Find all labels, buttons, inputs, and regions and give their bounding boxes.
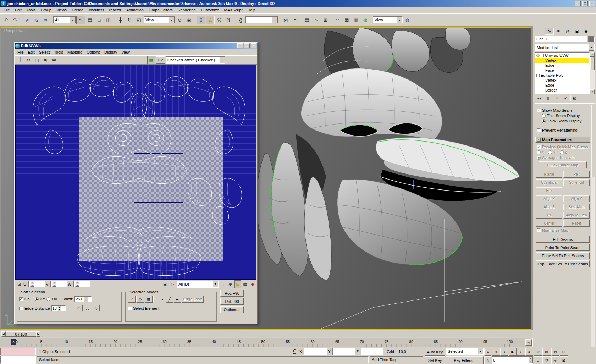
uv-coords-button[interactable]: UV xyxy=(156,56,165,64)
cylindrical-button[interactable]: Cylindrical xyxy=(536,179,562,186)
best-align-button[interactable]: Best Align xyxy=(563,204,590,210)
add-time-tag-field[interactable]: Add Time Tag xyxy=(370,356,423,363)
uvw-freeform-icon[interactable]: ▣ xyxy=(42,56,49,64)
dropdown-arrow-icon[interactable]: ▼ xyxy=(397,17,402,23)
uv-filter-icon[interactable]: ◆ xyxy=(249,280,256,288)
select-element-checkbox[interactable] xyxy=(128,307,132,310)
axis-z-radio[interactable] xyxy=(560,150,564,154)
select-and-link-icon[interactable]: ⇗ xyxy=(23,16,32,24)
layer-manager-icon[interactable]: ▤ xyxy=(303,16,311,24)
spherical-button[interactable]: Spherical xyxy=(563,179,590,186)
rectangular-region-icon[interactable]: □ xyxy=(95,16,104,24)
snap-toggle-3d-icon[interactable]: 3 xyxy=(197,16,205,24)
dropdown-arrow-icon[interactable]: ▼ xyxy=(213,281,218,287)
close-button[interactable]: × xyxy=(589,1,595,6)
rotate-plus-90-button[interactable]: Rot. +90 xyxy=(220,290,244,297)
zoom-icon[interactable]: ⊕ xyxy=(534,348,542,356)
panel-scrollbar[interactable] xyxy=(591,105,595,347)
show-map-toggle-icon[interactable]: ▩ xyxy=(147,56,155,64)
previous-frame-icon[interactable]: ‹ xyxy=(500,348,508,356)
menu-help[interactable]: Help xyxy=(245,7,258,13)
go-to-start-icon[interactable]: « xyxy=(492,348,500,356)
select-and-manipulate-icon[interactable]: ◉ xyxy=(184,16,193,24)
menu-tools[interactable]: Tools xyxy=(24,7,38,13)
uvw-menu-file[interactable]: File xyxy=(15,50,26,55)
object-name-field[interactable]: Line11 xyxy=(535,36,587,42)
tab-hierarchy-icon[interactable]: ≡ xyxy=(554,28,563,35)
thick-seam-radio[interactable] xyxy=(542,119,546,123)
align-y-button[interactable]: Align Y xyxy=(563,195,590,202)
make-unique-icon[interactable]: ⊔ xyxy=(553,95,561,101)
maximize-button[interactable]: □ xyxy=(582,1,588,6)
w-field[interactable]: ▴▾ xyxy=(73,281,90,287)
falloff-curve-3-icon[interactable]: ◡ xyxy=(84,305,91,311)
stack-item-edge[interactable]: Edge xyxy=(535,63,589,68)
pan-view-icon[interactable]: ↔ xyxy=(534,356,542,364)
uvw-move-icon[interactable]: ╋ xyxy=(16,56,24,64)
render-teapot-icon[interactable]: ◍ xyxy=(403,16,412,24)
edge-sel-to-pelt-seams-button[interactable]: Edge Sel To Pelt Seams xyxy=(536,252,590,259)
use-pivot-center-icon[interactable]: ⊙ xyxy=(175,16,184,24)
edit-seams-button[interactable]: Edit Seams xyxy=(536,236,590,243)
u-field[interactable]: ▴▾ xyxy=(28,281,45,287)
grow-selection-button[interactable]: + xyxy=(153,296,159,302)
prevent-reflattening-checkbox[interactable] xyxy=(537,128,541,132)
menu-file[interactable]: File xyxy=(1,7,12,13)
stack-item-vertex[interactable]: Vertex xyxy=(535,58,589,63)
spin-down-icon[interactable]: ▾ xyxy=(84,299,88,302)
rotate-minus-90-button[interactable]: Rot. -90 xyxy=(220,298,244,305)
menu-maxscript[interactable]: MAXScript xyxy=(222,7,245,13)
uv-snap-icon[interactable]: ▦ xyxy=(242,280,248,288)
percent-snap-icon[interactable]: % xyxy=(215,16,224,24)
key-mode-toggle-icon[interactable]: ● xyxy=(484,348,491,356)
vertex-mode-icon[interactable]: ∵ xyxy=(128,296,136,303)
thin-seam-radio[interactable] xyxy=(542,114,546,118)
quick-render-icon[interactable]: ◍ xyxy=(361,16,370,24)
align-icon[interactable]: ≡ xyxy=(291,16,299,24)
edit-uvws-window[interactable]: Edit UVWs _ □ × FileEditSelectToolsMappi… xyxy=(14,42,258,324)
auto-key-button[interactable]: Auto Key xyxy=(425,348,445,356)
falloff-curve-2-icon[interactable]: ◠ xyxy=(76,305,83,311)
set-key-button[interactable]: Set Key xyxy=(425,356,445,364)
quick-planar-map-button[interactable]: Quick Planar Map xyxy=(539,161,587,168)
tab-motion-icon[interactable]: ◎ xyxy=(563,28,572,35)
spin-down-icon[interactable]: ▾ xyxy=(75,284,79,287)
expand-icon[interactable]: - xyxy=(536,74,540,77)
paint-select-icon[interactable]: ╱ xyxy=(166,296,173,303)
fit-button[interactable]: Fit xyxy=(536,212,562,219)
axis-y-radio[interactable] xyxy=(548,150,552,154)
select-and-scale-icon[interactable]: ◱ xyxy=(134,16,143,24)
box-button[interactable]: Box xyxy=(536,187,562,194)
select-object-icon[interactable]: ↖ xyxy=(76,16,85,24)
v-field[interactable]: ▴▾ xyxy=(50,281,67,287)
curve-editor-icon[interactable]: ∿ xyxy=(312,16,321,24)
uvw-menu-display[interactable]: Display xyxy=(102,50,119,55)
stack-item-edge[interactable]: Edge xyxy=(535,83,589,88)
macro-recorder-line[interactable] xyxy=(0,348,36,355)
uvw-titlebar[interactable]: Edit UVWs _ □ × xyxy=(15,43,257,49)
tab-create-icon[interactable]: + xyxy=(535,28,545,35)
bind-to-spacewarp-icon[interactable]: ≋ xyxy=(41,16,50,24)
minimize-button[interactable]: _ xyxy=(575,1,581,6)
dropdown-arrow-icon[interactable]: ▼ xyxy=(70,17,76,23)
edit-named-sets-icon[interactable]: {} xyxy=(236,16,245,24)
time-forward-icon[interactable]: ▶ xyxy=(36,331,40,337)
soft-on-checkbox[interactable]: ✓ xyxy=(19,297,23,301)
current-frame-field[interactable]: 0 ▴▾ xyxy=(492,356,533,364)
uvw-menu-tools[interactable]: Tools xyxy=(52,50,65,55)
current-frame-marker[interactable]: 0 xyxy=(11,339,16,345)
select-by-name-icon[interactable]: ▤ xyxy=(85,16,94,24)
uv-pan-icon[interactable]: ↔ xyxy=(220,280,226,288)
uvw-scale-icon[interactable]: ◱ xyxy=(33,56,41,64)
point-to-point-seam-button[interactable]: Point To Point Seam xyxy=(536,244,590,251)
zoom-extents-icon[interactable]: ⊠ xyxy=(551,348,559,356)
axis-x-radio[interactable] xyxy=(537,150,541,154)
menu-modifiers[interactable]: Modifiers xyxy=(86,7,107,13)
stack-item-face[interactable]: Face xyxy=(535,68,589,73)
tab-display-icon[interactable]: ▣ xyxy=(572,28,581,35)
tab-modify-icon[interactable]: ∿ xyxy=(545,28,554,35)
averaged-normals-radio[interactable] xyxy=(537,156,541,160)
spin-down-icon[interactable]: ▾ xyxy=(30,284,34,287)
render-view-dropdown[interactable]: View ▼ xyxy=(373,16,403,23)
spin-up-icon[interactable]: ▴ xyxy=(75,281,79,284)
